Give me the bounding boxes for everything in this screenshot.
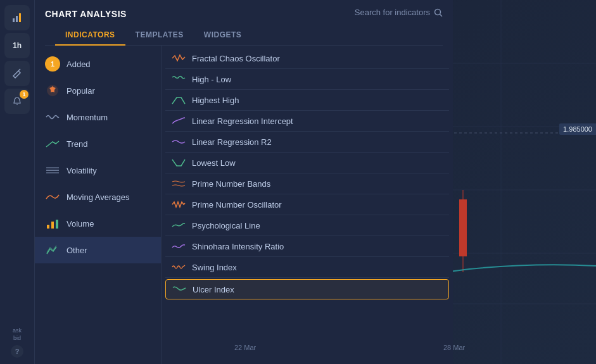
svg-rect-39	[13, 18, 15, 22]
indicator-button[interactable]	[4, 5, 30, 30]
popular-label: Popular	[67, 86, 95, 96]
indicator-prime-number-oscillator[interactable]: Prime Number Oscillator	[162, 194, 453, 215]
swing-index-icon	[172, 262, 186, 272]
linear-regression-intercept-label: Linear Regression Intercept	[192, 116, 293, 126]
category-trend[interactable]: Trend	[35, 130, 161, 157]
popular-icon	[45, 83, 60, 98]
search-icon	[434, 8, 443, 17]
swing-index-label: Swing Index	[192, 263, 237, 272]
category-moving-averages[interactable]: Moving Averages	[35, 184, 161, 210]
trend-icon	[45, 136, 60, 151]
added-icon: 1	[45, 56, 60, 72]
indicator-swing-index[interactable]: Swing Index	[162, 257, 453, 277]
volume-icon	[45, 216, 60, 231]
tab-templates[interactable]: TEMPLATES	[125, 25, 194, 46]
moving-averages-icon	[45, 189, 60, 204]
highest-high-icon	[172, 95, 186, 105]
svg-line-42	[18, 69, 20, 71]
shinohara-label: Shinohara Intensity Ratio	[192, 242, 284, 251]
high-low-label: High - Low	[192, 75, 231, 84]
high-low-icon	[172, 74, 186, 84]
indicators-panel: CHART ANALYSIS Search for indicators IND…	[35, 0, 453, 364]
fractal-chaos-osc-icon	[172, 53, 186, 63]
ulcer-index-icon	[172, 284, 186, 294]
indicator-shinohara[interactable]: Shinohara Intensity Ratio	[162, 236, 453, 256]
ask-label: ask	[13, 327, 22, 334]
indicator-lowest-low[interactable]: Lowest Low	[162, 153, 453, 173]
momentum-icon	[45, 110, 60, 125]
alert-badge: 1	[20, 90, 29, 99]
svg-rect-40	[16, 16, 18, 22]
svg-rect-52	[56, 220, 58, 229]
indicator-linear-regression-r2[interactable]: Linear Regression R2	[162, 132, 453, 152]
volatility-icon	[45, 163, 60, 178]
psychological-line-label: Psychological Line	[192, 221, 260, 230]
svg-point-44	[435, 9, 441, 15]
fractal-chaos-osc-label: Fractal Chaos Oscillator	[192, 54, 280, 63]
tab-widgets[interactable]: WIDGETS	[194, 25, 252, 46]
tab-indicators[interactable]: INDICATORS	[55, 25, 125, 46]
svg-rect-51	[51, 222, 54, 229]
indicator-prime-number-bands[interactable]: Prime Number Bands	[162, 173, 453, 194]
lowest-low-icon	[172, 158, 186, 168]
panel-body: 1 Added Popular Momentum Trend	[35, 46, 453, 364]
search-label: Search for indicators	[355, 8, 430, 17]
svg-line-45	[440, 14, 443, 16]
moving-averages-label: Moving Averages	[67, 192, 130, 202]
category-volume[interactable]: Volume	[35, 210, 161, 237]
search-bar[interactable]: Search for indicators	[355, 8, 443, 17]
draw-button[interactable]	[4, 61, 30, 86]
linear-regression-r2-label: Linear Regression R2	[192, 137, 272, 147]
indicator-psychological-line[interactable]: Psychological Line	[162, 215, 453, 235]
panel-title: CHART ANALYSIS	[45, 9, 127, 19]
shinohara-icon	[172, 241, 186, 251]
category-momentum[interactable]: Momentum	[35, 104, 161, 130]
volatility-label: Volatility	[67, 166, 97, 175]
other-icon	[45, 242, 60, 258]
alert-button[interactable]: 1	[4, 89, 30, 114]
prime-number-oscillator-label: Prime Number Oscillator	[192, 200, 282, 210]
date-label-1: 22 Mar	[234, 344, 256, 351]
svg-rect-37	[459, 199, 467, 256]
psychological-line-icon	[172, 220, 186, 230]
indicator-fractal-chaos-osc[interactable]: Fractal Chaos Oscillator	[162, 48, 453, 68]
price-tag: 1.985000	[559, 123, 596, 135]
category-volatility[interactable]: Volatility	[35, 157, 161, 184]
prime-number-bands-label: Prime Number Bands	[192, 179, 270, 189]
indicator-highest-high[interactable]: Highest High	[162, 90, 453, 110]
linear-regression-intercept-icon	[172, 116, 186, 126]
prime-number-oscillator-icon	[172, 199, 186, 210]
bid-label: bid	[13, 335, 21, 341]
svg-rect-50	[47, 225, 49, 229]
indicator-high-low[interactable]: High - Low	[162, 69, 453, 89]
sidebar: 1h 1 ask bid ?	[0, 0, 35, 364]
date-label-2: 28 Mar	[443, 344, 465, 351]
lowest-low-label: Lowest Low	[192, 158, 236, 168]
category-other[interactable]: Other	[35, 237, 161, 263]
trend-label: Trend	[67, 139, 87, 149]
volume-label: Volume	[67, 219, 94, 229]
prime-number-bands-icon	[172, 179, 186, 189]
category-list: 1 Added Popular Momentum Trend	[35, 46, 162, 364]
indicator-ulcer-index[interactable]: Ulcer Index	[165, 279, 449, 299]
tabs: INDICATORS TEMPLATES WIDGETS	[45, 25, 443, 46]
ulcer-index-label: Ulcer Index	[193, 285, 234, 294]
indicator-linear-regression-intercept[interactable]: Linear Regression Intercept	[162, 111, 453, 131]
added-label: Added	[67, 60, 91, 69]
momentum-label: Momentum	[67, 113, 108, 122]
help-button[interactable]: ?	[11, 345, 23, 358]
highest-high-label: Highest High	[192, 96, 239, 105]
indicator-list: Fractal Chaos Oscillator High - Low High…	[162, 46, 453, 364]
category-added[interactable]: 1 Added	[35, 51, 161, 77]
linear-regression-r2-icon	[172, 137, 186, 147]
other-label: Other	[67, 246, 87, 255]
panel-header: CHART ANALYSIS Search for indicators IND…	[35, 0, 453, 46]
timeframe-button[interactable]: 1h	[4, 33, 30, 58]
category-popular[interactable]: Popular	[35, 77, 161, 104]
svg-rect-41	[19, 13, 21, 22]
